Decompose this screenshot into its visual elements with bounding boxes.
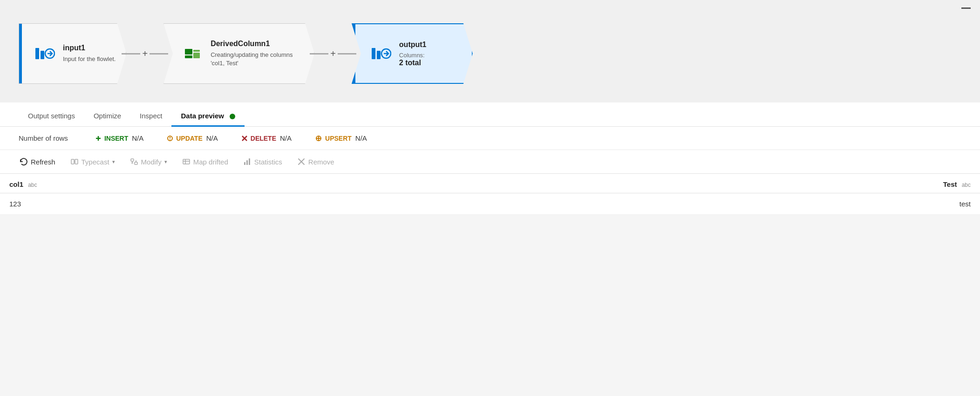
svg-rect-7 bbox=[193, 50, 200, 52]
toolbar: Refresh Typecast ▾ Modify ▾ Map drifted bbox=[0, 150, 980, 174]
map-drifted-button[interactable]: Map drifted bbox=[181, 156, 229, 168]
table-row: 123 test bbox=[0, 193, 980, 215]
map-drifted-icon bbox=[182, 157, 191, 166]
svg-rect-9 bbox=[377, 51, 381, 59]
insert-badge: INSERT bbox=[95, 135, 128, 142]
data-preview-dot bbox=[230, 114, 235, 119]
add-connector-2[interactable]: + bbox=[330, 49, 336, 58]
svg-rect-33 bbox=[244, 162, 245, 165]
pipeline-node-input1[interactable]: input1 Input for the flowlet. bbox=[19, 23, 126, 84]
update-badge: UPDATE bbox=[167, 135, 203, 142]
svg-rect-0 bbox=[35, 48, 39, 59]
tab-optimize[interactable]: Optimize bbox=[84, 105, 130, 127]
remove-button[interactable]: Remove bbox=[296, 156, 335, 168]
delete-value: N/A bbox=[280, 134, 292, 142]
svg-rect-26 bbox=[135, 162, 137, 164]
derived-subtitle: Creating/updating the columns 'col1, Tes… bbox=[211, 51, 304, 68]
svg-rect-35 bbox=[249, 158, 250, 165]
typecast-icon bbox=[70, 157, 79, 166]
number-of-rows-label: Number of rows bbox=[19, 134, 68, 142]
statistics-icon bbox=[243, 157, 252, 166]
tab-data-preview[interactable]: Data preview bbox=[171, 105, 245, 127]
input1-title: input1 bbox=[63, 44, 116, 52]
svg-rect-5 bbox=[185, 55, 192, 58]
update-value: N/A bbox=[206, 134, 218, 142]
input1-icon bbox=[33, 42, 56, 65]
connector-2: + bbox=[310, 49, 356, 58]
insert-count: INSERT N/A bbox=[95, 134, 143, 142]
remove-icon bbox=[297, 157, 306, 166]
typecast-chevron: ▾ bbox=[112, 159, 115, 165]
statistics-button[interactable]: Statistics bbox=[242, 156, 283, 168]
svg-rect-4 bbox=[185, 49, 192, 55]
output1-columns: Columns: 2 total bbox=[399, 52, 427, 67]
output1-icon bbox=[369, 42, 393, 65]
output1-title: output1 bbox=[399, 41, 427, 49]
svg-rect-30 bbox=[183, 159, 190, 164]
add-connector-1[interactable]: + bbox=[142, 49, 148, 58]
svg-rect-34 bbox=[246, 160, 248, 165]
modify-chevron: ▾ bbox=[164, 159, 167, 165]
connector-1: + bbox=[122, 49, 168, 58]
col-header-col1[interactable]: col1 abc bbox=[0, 174, 490, 193]
derived-title: DerivedColumn1 bbox=[211, 40, 304, 48]
svg-rect-1 bbox=[41, 51, 44, 59]
delete-count: DELETE N/A bbox=[241, 134, 292, 142]
upsert-value: N/A bbox=[355, 134, 367, 142]
upsert-badge: UPSERT bbox=[315, 135, 352, 142]
refresh-button[interactable]: Refresh bbox=[19, 156, 56, 168]
insert-value: N/A bbox=[132, 134, 143, 142]
tab-inspect[interactable]: Inspect bbox=[130, 105, 171, 127]
row-counts-bar: Number of rows INSERT N/A UPDATE N/A bbox=[0, 127, 980, 150]
cell-test: test bbox=[490, 193, 980, 215]
svg-rect-22 bbox=[71, 159, 74, 164]
tab-output-settings[interactable]: Output settings bbox=[19, 105, 84, 127]
pipeline-node-derived[interactable]: DerivedColumn1 Creating/updating the col… bbox=[163, 23, 314, 84]
typecast-button[interactable]: Typecast ▾ bbox=[69, 156, 116, 168]
refresh-icon bbox=[20, 157, 28, 166]
tabs-section: Output settings Optimize Inspect Data pr… bbox=[0, 102, 980, 127]
minimize-button[interactable] bbox=[961, 7, 971, 9]
update-count: UPDATE N/A bbox=[167, 134, 218, 142]
modify-icon bbox=[130, 157, 138, 166]
col-header-test[interactable]: Test abc bbox=[490, 174, 980, 193]
cell-col1: 123 bbox=[0, 193, 490, 215]
pipeline-area: input1 Input for the flowlet. + DerivedC… bbox=[0, 0, 980, 102]
modify-button[interactable]: Modify ▾ bbox=[129, 156, 168, 168]
data-table: col1 abc Test abc 123 test bbox=[0, 174, 980, 215]
svg-rect-23 bbox=[75, 159, 78, 164]
delete-badge: DELETE bbox=[241, 135, 276, 142]
pipeline-node-output1[interactable]: output1 Columns: 2 total bbox=[352, 23, 473, 84]
upsert-count: UPSERT N/A bbox=[315, 134, 367, 142]
svg-rect-8 bbox=[372, 48, 375, 59]
svg-rect-25 bbox=[131, 159, 134, 161]
svg-rect-6 bbox=[193, 53, 200, 58]
svg-point-16 bbox=[170, 139, 170, 140]
data-table-area: col1 abc Test abc 123 test bbox=[0, 174, 980, 215]
derived-icon bbox=[181, 42, 204, 65]
input1-subtitle: Input for the flowlet. bbox=[63, 55, 116, 63]
